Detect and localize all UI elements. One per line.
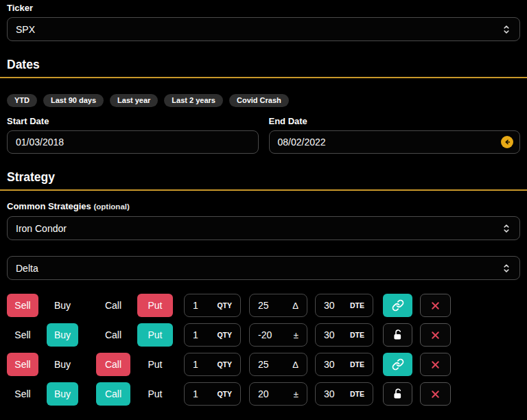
leg-row-4: Sell Buy Call Put 1QTY 20± 30DTE [7, 382, 520, 406]
preset-ytd[interactable]: YTD [7, 94, 37, 107]
qty-input[interactable]: 1QTY [184, 294, 241, 317]
qty-unit-label: QTY [217, 360, 232, 369]
arrow-left-icon [503, 138, 511, 146]
dte-unit-label: DTE [350, 360, 364, 369]
unlock-icon [392, 388, 404, 400]
dte-unit-label: DTE [350, 331, 364, 339]
qty-input[interactable]: 1QTY [184, 323, 241, 347]
ticker-label: Ticker [7, 3, 520, 13]
buy-toggle[interactable]: Buy [47, 382, 78, 406]
common-strategies-label-text: Common Strategies [7, 201, 91, 211]
offset-value: -20 [258, 329, 272, 340]
close-icon [430, 388, 441, 400]
leg-row-2: Sell Buy Call Put 1QTY -20± 30DTE [7, 323, 520, 347]
date-presets: YTD Last 90 days Last year Last 2 years … [7, 94, 520, 107]
lock-button[interactable] [383, 382, 412, 406]
preset-last-90-days[interactable]: Last 90 days [43, 94, 104, 107]
link-button[interactable] [383, 294, 412, 317]
dte-value: 30 [324, 388, 335, 399]
qty-value: 1 [193, 300, 198, 311]
offset-unit-label: ± [294, 389, 298, 399]
put-toggle[interactable]: Put [137, 353, 173, 376]
start-date-value: 01/03/2018 [16, 137, 64, 148]
dte-value: 30 [324, 359, 335, 370]
common-strategies-select[interactable]: Iron Condor [7, 216, 520, 240]
unlock-icon [392, 329, 404, 341]
put-toggle[interactable]: Put [137, 294, 173, 317]
preset-covid-crash[interactable]: Covid Crash [229, 94, 289, 107]
dte-input[interactable]: 30DTE [315, 382, 373, 406]
put-toggle[interactable]: Put [137, 382, 173, 406]
buy-toggle[interactable]: Buy [47, 353, 78, 376]
put-toggle[interactable]: Put [137, 323, 173, 347]
qty-value: 1 [193, 359, 198, 370]
end-date-input[interactable]: 08/02/2022 [269, 130, 521, 154]
date-fields: Start Date 01/03/2018 End Date 08/02/202… [7, 116, 520, 154]
delta-input[interactable]: 25Δ [249, 294, 307, 317]
delete-leg-button[interactable] [420, 294, 451, 317]
strike-mode-select[interactable]: Delta [7, 256, 520, 280]
delta-value: 25 [258, 359, 269, 370]
link-icon [392, 358, 404, 371]
lock-button[interactable] [383, 323, 412, 347]
dte-value: 30 [324, 329, 335, 340]
delta-input[interactable]: 25Δ [249, 353, 307, 376]
close-icon [430, 300, 441, 312]
buy-toggle[interactable]: Buy [47, 294, 78, 317]
preset-last-year[interactable]: Last year [110, 94, 158, 107]
strike-mode-value: Delta [16, 263, 38, 274]
call-toggle[interactable]: Call [96, 323, 130, 347]
offset-value: 20 [258, 388, 269, 399]
buy-toggle[interactable]: Buy [47, 323, 78, 347]
call-toggle[interactable]: Call [96, 353, 130, 376]
dte-input[interactable]: 30DTE [315, 353, 373, 376]
dte-value: 30 [324, 300, 335, 311]
strategy-section-title: Strategy [7, 170, 520, 185]
end-date-reset-button[interactable] [501, 136, 513, 148]
offset-unit-label: ± [294, 330, 298, 340]
sell-toggle[interactable]: Sell [7, 294, 38, 317]
link-icon [392, 299, 404, 312]
common-strategies-value: Iron Condor [16, 223, 67, 234]
dte-input[interactable]: 30DTE [315, 294, 373, 317]
qty-input[interactable]: 1QTY [184, 382, 241, 406]
dte-unit-label: DTE [350, 390, 364, 398]
link-button[interactable] [383, 353, 412, 376]
close-icon [430, 329, 441, 341]
ticker-select[interactable]: SPX [7, 17, 520, 41]
common-strategies-label: Common Strategies (optional) [7, 201, 520, 211]
strategy-divider [0, 189, 527, 191]
end-date-label: End Date [269, 116, 521, 126]
chevron-updown-icon [502, 263, 511, 274]
call-toggle[interactable]: Call [96, 382, 130, 406]
start-date-label: Start Date [7, 116, 259, 126]
dates-divider [0, 77, 527, 78]
dates-section-title: Dates [7, 58, 520, 72]
dte-unit-label: DTE [350, 301, 364, 310]
strategy-builder-panel: { "colors": { "accent_gold": "#c9982a", … [0, 0, 527, 420]
offset-input[interactable]: 20± [249, 382, 307, 406]
dte-input[interactable]: 30DTE [315, 323, 373, 347]
delete-leg-button[interactable] [420, 382, 451, 406]
close-icon [430, 359, 441, 371]
delete-leg-button[interactable] [420, 323, 451, 347]
strategy-legs: Sell Buy Call Put 1QTY 25Δ 30DTE Sell Bu… [7, 294, 520, 406]
delete-leg-button[interactable] [420, 353, 451, 376]
qty-unit-label: QTY [217, 390, 232, 398]
chevron-updown-icon [502, 24, 511, 35]
delta-unit-label: Δ [292, 360, 298, 370]
qty-unit-label: QTY [217, 301, 232, 310]
sell-toggle[interactable]: Sell [7, 382, 38, 406]
sell-toggle[interactable]: Sell [7, 323, 38, 347]
qty-value: 1 [193, 388, 198, 399]
offset-input[interactable]: -20± [249, 323, 307, 347]
sell-toggle[interactable]: Sell [7, 353, 38, 376]
delta-unit-label: Δ [292, 301, 298, 311]
start-date-input[interactable]: 01/03/2018 [7, 130, 259, 154]
call-toggle[interactable]: Call [96, 294, 130, 317]
chevron-updown-icon [502, 223, 511, 234]
qty-input[interactable]: 1QTY [184, 353, 241, 376]
ticker-select-value: SPX [16, 24, 35, 35]
qty-unit-label: QTY [217, 331, 232, 339]
preset-last-2-years[interactable]: Last 2 years [164, 94, 223, 107]
